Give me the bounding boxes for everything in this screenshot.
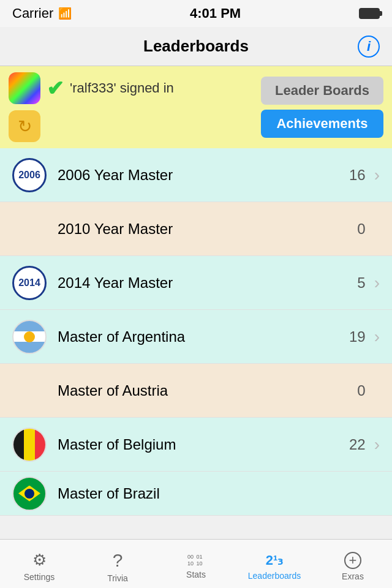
signed-in-text: 'ralf333' signed in <box>70 80 174 96</box>
chevron-right-icon: › <box>374 273 380 293</box>
question-icon: ? <box>113 550 123 571</box>
gc-signed-in-row: ✔ 'ralf333' signed in <box>9 72 174 104</box>
icon-placeholder <box>12 374 47 408</box>
table-row[interactable]: 2014 2014 Year Master 5 › <box>0 256 392 310</box>
row-label: 2014 Year Master <box>58 274 357 292</box>
game-center-banner: ✔ 'ralf333' signed in ↻ Leader Boards Ac… <box>0 66 392 148</box>
status-bar: Carrier 📶 4:01 PM <box>0 0 392 27</box>
plus-icon: + <box>344 552 361 569</box>
flag-belgium-icon <box>12 428 47 462</box>
gamecenter-logo <box>9 72 40 104</box>
chevron-right-icon: › <box>374 435 380 454</box>
leaderboards-tab-icon: 2¹₃ <box>266 552 284 568</box>
tab-trivia-label: Trivia <box>107 573 128 583</box>
row-label: 2010 Year Master <box>58 221 357 238</box>
tab-extras[interactable]: + Exras <box>314 540 392 588</box>
table-row[interactable]: 2006 2006 Year Master 16 › <box>0 148 392 202</box>
info-icon: i <box>367 39 371 55</box>
row-score: 19 <box>349 328 366 345</box>
year-2014-icon: 2014 <box>12 266 47 300</box>
page-title: Leaderboards <box>143 37 249 56</box>
tab-leaderboards[interactable]: 2¹₃ Leaderboards <box>235 540 314 588</box>
refresh-icon: ↻ <box>18 116 32 137</box>
icon-placeholder <box>12 212 47 246</box>
gc-left-section: ✔ 'ralf333' signed in ↻ <box>9 72 255 142</box>
row-label: Master of Argentina <box>58 328 349 345</box>
table-row[interactable]: Master of Argentina 19 › <box>0 310 392 364</box>
tab-settings[interactable]: ⚙ Settings <box>0 540 78 588</box>
leaderboard-list: 2006 2006 Year Master 16 › 2010 Year Mas… <box>0 148 392 541</box>
achievements-button[interactable]: Achievements <box>261 110 383 138</box>
table-row[interactable]: Master of Brazil › <box>0 472 392 516</box>
carrier-text: Carrier <box>12 6 53 21</box>
tab-settings-label: Settings <box>24 572 55 582</box>
row-label: 2006 Year Master <box>58 167 349 184</box>
table-row[interactable]: Master of Belgium 22 › <box>0 418 392 472</box>
leaderboards-button[interactable]: Leader Boards <box>261 77 383 105</box>
tab-trivia[interactable]: ? Trivia <box>78 540 157 588</box>
chevron-right-icon: › <box>374 165 380 185</box>
tab-stats[interactable]: 0001 1010 Stats <box>157 540 235 588</box>
row-score: 22 <box>349 436 366 453</box>
status-left: Carrier 📶 <box>12 6 72 21</box>
row-score: 0 <box>357 382 365 399</box>
table-row: 2010 Year Master 0 › <box>0 202 392 256</box>
refresh-button[interactable]: ↻ <box>9 110 40 142</box>
tab-stats-label: Stats <box>186 570 206 579</box>
tab-bar: ⚙ Settings ? Trivia 0001 1010 Stats 2¹₃ … <box>0 539 392 588</box>
gear-icon: ⚙ <box>32 551 47 570</box>
row-score: 5 <box>357 274 365 292</box>
stats-icon: 0001 1010 <box>187 554 205 567</box>
chevron-right-icon: › <box>374 327 380 347</box>
row-score: 0 <box>357 221 365 238</box>
check-icon: ✔ <box>47 76 64 100</box>
row-score: 16 <box>349 167 366 184</box>
gc-buttons-group: Leader Boards Achievements <box>261 77 383 138</box>
tab-extras-label: Exras <box>342 571 364 581</box>
flag-brazil-icon <box>12 477 47 511</box>
info-button[interactable]: i <box>358 36 380 58</box>
row-label: Master of Belgium <box>58 436 349 453</box>
time-display: 4:01 PM <box>190 6 241 21</box>
row-label: Master of Austria <box>58 382 357 399</box>
row-label: Master of Brazil <box>58 485 366 502</box>
wifi-icon: 📶 <box>58 7 72 20</box>
battery-icon <box>359 8 380 19</box>
nav-bar: Leaderboards i <box>0 27 392 66</box>
year-2006-icon: 2006 <box>12 158 47 192</box>
tab-leaderboards-label: Leaderboards <box>248 571 301 581</box>
table-row: Master of Austria 0 › <box>0 364 392 418</box>
flag-argentina-icon <box>12 320 47 354</box>
